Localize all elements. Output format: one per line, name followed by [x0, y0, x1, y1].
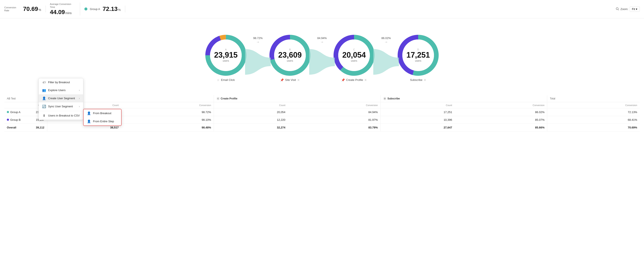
step-d-label: Subscribe	[410, 78, 422, 81]
overall-conv-c: 83.79%	[288, 124, 380, 131]
funnel-area: A 23,915 users ☆ Email Click 98.72% →	[0, 18, 644, 95]
col-create-profile-header: C Create Profile	[214, 95, 380, 102]
connector-cd: 86.02% →	[373, 36, 399, 79]
star-icon[interactable]: ☆	[217, 78, 220, 82]
overall-label: Overall	[4, 124, 30, 131]
close-icon-d[interactable]: ✕	[424, 78, 426, 82]
group-a-block: Group A 72.13 %	[84, 5, 125, 12]
group-a-value: 72.13 %	[102, 5, 121, 12]
submenu-item-from-breakout[interactable]: 👤 From Breakout	[84, 109, 121, 117]
connector-bc-arrow: →	[320, 40, 324, 44]
close-icon-b[interactable]: ✕	[297, 78, 300, 82]
from-entire-step-label: From Entire Step	[93, 120, 114, 123]
group-a-conv-b: 98.72%	[121, 108, 214, 116]
overall-conv-b: 98.48%	[121, 124, 214, 131]
col-subscribe-header: D Subscribe	[380, 95, 547, 102]
group-b-name: Group B	[4, 116, 30, 124]
step-b-label: Site Visit	[285, 78, 296, 81]
donut-c: C 20,054 users	[333, 34, 376, 77]
menu-item-users-csv[interactable]: ⬇ Users in Breakout to CSV	[39, 112, 83, 120]
step-c-label: Create Profile	[346, 78, 363, 81]
menu-item-explore-users[interactable]: 👥 Explore Users ›	[39, 86, 83, 94]
chevron-right-icon-3: ›	[79, 105, 80, 108]
avg-conversion-block: Average Conversion Time 44.09 mins	[50, 2, 80, 15]
connector-bc-shape	[309, 45, 335, 79]
menu-explore-label: Explore Users	[48, 89, 66, 92]
connector-bc: 84.94% →	[309, 36, 335, 79]
group-b-count-d: 10,396	[380, 116, 455, 124]
menu-sync-label: Sync User Segment	[48, 105, 73, 108]
sync-icon: 🔄	[42, 105, 46, 108]
overall-conv-d: 85.66%	[455, 124, 547, 131]
group-a-total-conv: 72.13%	[547, 108, 640, 116]
group-b-count-c: 12,220	[214, 116, 288, 124]
menu-filter-label: Filter by Breakout	[48, 81, 70, 84]
chevron-right-icon-2: ›	[79, 97, 80, 100]
zoom-button[interactable]: Fit ▾	[630, 6, 640, 12]
connector-ab-arrow: →	[256, 40, 260, 44]
step-c-label-row: 📌 Create Profile ✕	[341, 78, 367, 82]
donut-d-center: D 17,251 users	[406, 48, 430, 62]
svg-line-1	[618, 9, 619, 10]
group-a-conv-c: 84.94%	[288, 108, 380, 116]
group-a-conv-d: 86.02%	[455, 108, 547, 116]
submenu-item-from-entire-step[interactable]: 👤 From Entire Step	[84, 117, 121, 125]
overall-count-c: 32,274	[214, 124, 288, 131]
menu-create-segment-label: Create User Segment	[48, 97, 75, 100]
funnel-step-d: D 17,251 users Subscribe ✕	[397, 34, 440, 82]
from-breakout-label: From Breakout	[93, 112, 111, 115]
conversion-rate-value: 70.69 %	[23, 5, 41, 12]
avg-conversion-value: 44.09 mins	[50, 9, 72, 15]
overall-count-a: 39,112	[30, 124, 47, 131]
conversion-rate-label: Conversion Rate	[4, 6, 21, 12]
group-b-conv-d: 85.07%	[455, 116, 547, 124]
group-b-conv-b: 98.10%	[121, 116, 214, 124]
svg-point-0	[616, 8, 618, 10]
group-b-conv-c: 81.97%	[288, 116, 380, 124]
from-entire-step-icon: 👤	[87, 119, 91, 123]
funnel-step-c: C 20,054 users 📌 Create Profile ✕	[333, 34, 376, 82]
zoom-label: Zoom:	[620, 7, 628, 11]
menu-item-filter-breakout[interactable]: 🏷 Filter by Breakout	[39, 78, 83, 86]
step-a-label-row: ☆ Email Click	[217, 78, 234, 82]
conversion-rate-block: Conversion Rate 70.69 %	[4, 5, 46, 12]
col-c-count-sub: Count	[214, 102, 288, 108]
step-a-label: Email Click	[221, 78, 234, 81]
connector-cd-arrow: →	[384, 40, 388, 44]
menu-item-create-segment[interactable]: 👤 Create User Segment › 👤 From Breakout …	[39, 94, 83, 102]
menu-item-sync-segment[interactable]: 🔄 Sync User Segment ›	[39, 102, 83, 111]
group-a-count-d: 17,251	[380, 108, 455, 116]
search-icon	[616, 7, 619, 11]
col-total-header: Total	[547, 95, 640, 102]
funnel-step-a: A 23,915 users ☆ Email Click	[204, 34, 247, 82]
menu-divider	[39, 111, 83, 111]
step-b-label-row: 📌 Site Visit ✕	[280, 78, 300, 82]
group-a-dot	[84, 7, 88, 10]
close-icon-c[interactable]: ✕	[364, 78, 367, 82]
filter-icon: 🏷	[42, 80, 46, 84]
donut-b: B 23,609 users	[268, 34, 311, 77]
pin-icon-c[interactable]: 📌	[341, 78, 345, 82]
connector-cd-pct: 86.02%	[382, 36, 391, 40]
donut-b-center: B 23,609 users	[278, 48, 302, 62]
submenu-create-segment: 👤 From Breakout 👤 From Entire Step	[83, 109, 122, 126]
group-a-label: Group A	[90, 7, 100, 11]
donut-a-center: A 23,915 users	[214, 48, 238, 62]
context-menu: 🏷 Filter by Breakout 👥 Explore Users › 👤…	[38, 78, 83, 120]
col-ab-test-header: AB Test	[4, 95, 30, 102]
create-segment-icon: 👤	[42, 96, 46, 100]
chevron-down-icon: ▾	[636, 7, 638, 11]
download-icon: ⬇	[42, 114, 46, 118]
step-d-label-row: Subscribe ✕	[410, 78, 426, 82]
overall-total-conv: 70.69%	[547, 124, 640, 131]
connector-cd-shape	[373, 45, 399, 79]
connector-ab: 98.72% →	[245, 36, 271, 79]
group-b-indicator	[7, 119, 9, 121]
pin-icon-b[interactable]: 📌	[280, 78, 284, 82]
stats-bar: Conversion Rate 70.69 % Average Conversi…	[0, 0, 644, 18]
connector-ab-pct: 98.72%	[253, 36, 262, 40]
col-c-conv-sub: Conversion	[288, 102, 380, 108]
col-ab-test-sub	[4, 102, 30, 108]
donut-a: A 23,915 users	[204, 34, 247, 77]
group-a-name: Group A	[4, 108, 30, 116]
